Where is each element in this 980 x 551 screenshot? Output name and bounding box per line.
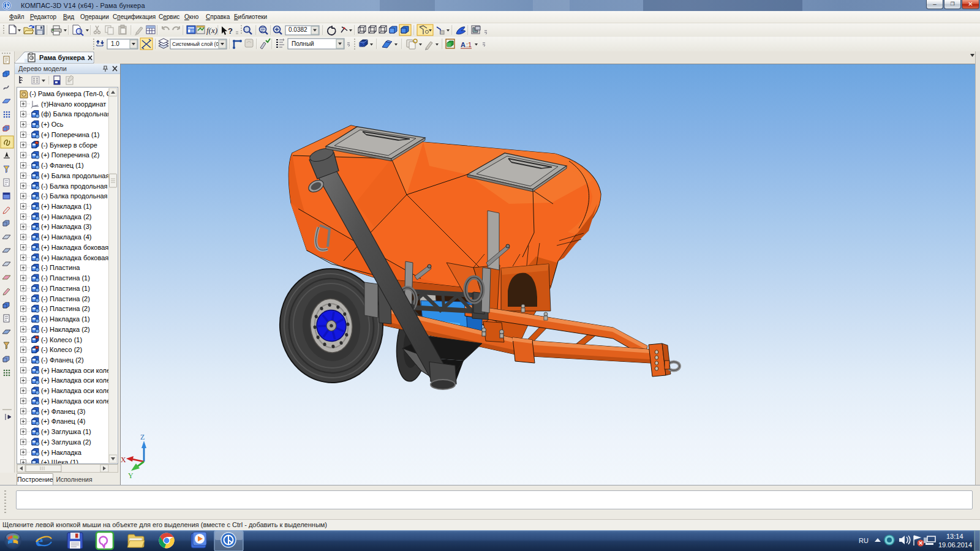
svg-text:A: A xyxy=(461,41,466,48)
svg-text:(-) Пластина (1): (-) Пластина (1) xyxy=(41,274,90,282)
svg-text:13:14: 13:14 xyxy=(946,533,963,540)
svg-text:Полный: Полный xyxy=(292,40,314,47)
svg-text:19.06.2014: 19.06.2014 xyxy=(938,541,972,549)
svg-text:(-) Накладка (2): (-) Накладка (2) xyxy=(41,326,90,333)
svg-text:(+) Заглушка (2): (+) Заглушка (2) xyxy=(41,438,91,446)
svg-text:(-) Пластина (2): (-) Пластина (2) xyxy=(41,305,90,312)
svg-text:(+) Накладка: (+) Накладка xyxy=(41,449,82,456)
svg-text:Z: Z xyxy=(140,433,145,441)
svg-text:(+) Щека (1): (+) Щека (1) xyxy=(41,459,78,463)
svg-text:(+) Фланец (3): (+) Фланец (3) xyxy=(41,408,85,415)
svg-text:(+) Накладка оси коле: (+) Накладка оси коле xyxy=(41,367,110,374)
svg-text:(-) Бункер в сборе: (-) Бункер в сборе xyxy=(41,141,97,149)
svg-text:(+) Накладка оси коле: (+) Накладка оси коле xyxy=(41,387,110,394)
svg-text:(-) Фланец (2): (-) Фланец (2) xyxy=(41,356,84,364)
svg-text:Системный слой (0): Системный слой (0) xyxy=(172,41,221,47)
svg-text:(+) Поперечина (1): (+) Поперечина (1) xyxy=(41,131,99,138)
svg-text:(ф) Балка продольная: (ф) Балка продольная xyxy=(41,110,111,118)
svg-text:X: X xyxy=(121,455,126,464)
svg-text:(+) Ось: (+) Ось xyxy=(41,121,64,128)
svg-text:(+) Накладка (2): (+) Накладка (2) xyxy=(41,213,91,220)
svg-text:(+) Балка продольная: (+) Балка продольная xyxy=(41,172,109,179)
svg-text:(+) Накладка боковая: (+) Накладка боковая xyxy=(41,254,108,261)
svg-text:RU: RU xyxy=(859,537,869,544)
svg-text:(-) Колесо (1): (-) Колесо (1) xyxy=(41,336,82,343)
svg-text:(-) Балка продольная: (-) Балка продольная xyxy=(41,192,108,200)
svg-text:(-) Пластина: (-) Пластина xyxy=(41,264,80,271)
svg-text:(+) Накладка боковая: (+) Накладка боковая xyxy=(41,244,108,251)
svg-text:(+) Накладка оси коле: (+) Накладка оси коле xyxy=(41,377,110,384)
svg-text:(+) Фланец (4): (+) Фланец (4) xyxy=(41,418,85,425)
svg-text:(-) Рама бункера (Тел-0, С: (-) Рама бункера (Тел-0, С xyxy=(29,90,111,97)
svg-text:(+) Накладка (1): (+) Накладка (1) xyxy=(41,203,91,210)
svg-text:f(x): f(x) xyxy=(206,26,217,35)
svg-text:(+) Заглушка (1): (+) Заглушка (1) xyxy=(41,428,91,435)
svg-text:(-) Балка продольная: (-) Балка продольная xyxy=(41,182,108,190)
svg-text:(-) Фланец (1): (-) Фланец (1) xyxy=(41,162,84,169)
svg-text:Y: Y xyxy=(128,471,134,480)
svg-text:0.0382: 0.0382 xyxy=(288,26,307,33)
svg-text:?: ? xyxy=(228,26,233,36)
svg-text:(+) Поперечина (2): (+) Поперечина (2) xyxy=(41,151,99,159)
svg-text:(-) Пластина (1): (-) Пластина (1) xyxy=(41,285,90,292)
svg-text:Рама бункера: Рама бункера xyxy=(39,54,85,61)
svg-text:(-) Колесо (2): (-) Колесо (2) xyxy=(41,346,82,353)
svg-text:(-) Накладка (1): (-) Накладка (1) xyxy=(41,315,90,323)
svg-text:(т)Начало координат: (т)Начало координат xyxy=(41,100,106,108)
svg-text:(+) Накладка (4): (+) Накладка (4) xyxy=(41,233,91,241)
svg-text:1.0: 1.0 xyxy=(111,40,119,47)
svg-text:(-) Пластина (2): (-) Пластина (2) xyxy=(41,295,90,302)
svg-text::1: :1 xyxy=(466,41,472,48)
svg-text:(+) Накладка (3): (+) Накладка (3) xyxy=(41,223,91,230)
svg-text:(+) Накладка оси коле: (+) Накладка оси коле xyxy=(41,397,110,405)
